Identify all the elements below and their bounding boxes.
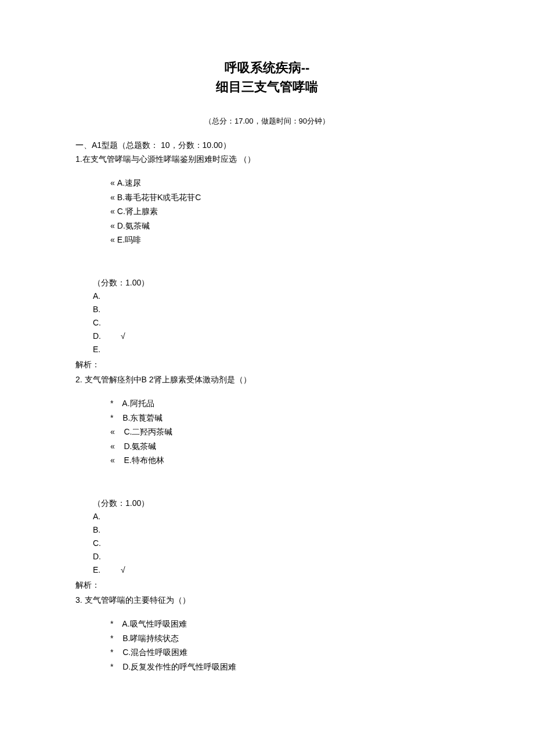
option-marker: * <box>110 662 113 671</box>
correct-mark: √ <box>121 563 125 577</box>
option-text: D.氨茶碱 <box>124 442 156 451</box>
options-block: * A.阿托品 * B.东莨菪碱 « C.二羟丙茶碱 « D.氨茶碱 « E.特… <box>110 396 459 468</box>
answer-letter: A. <box>93 510 106 523</box>
title-line-2: 细目三支气管哮喘 <box>75 77 459 96</box>
option-marker: « <box>110 427 115 436</box>
answer-letter: D. <box>93 330 106 343</box>
option-line: « E.特布他林 <box>110 453 459 468</box>
score-block: （分数：1.00） A. B. C. D. E.√ <box>93 497 459 577</box>
title-line-1: 呼吸系统疾病-- <box>75 58 459 77</box>
option-text: A.阿托品 <box>122 399 154 408</box>
question-stem: 1.在支气管哮喘与心源性哮喘鉴别困难时应选 （） <box>75 153 459 165</box>
answer-row: A. <box>93 510 459 523</box>
option-line: * A.阿托品 <box>110 396 459 411</box>
option-marker: * <box>110 413 113 422</box>
option-marker: « <box>110 221 115 230</box>
option-marker: * <box>110 619 113 628</box>
option-marker: « <box>110 455 115 465</box>
question-stem: 2. 支气管解痉剂中B 2肾上腺素受体激动剂是（） <box>75 374 459 386</box>
answer-row: D.√ <box>93 330 459 343</box>
meta-line: （总分：17.00，做题时间：90分钟） <box>75 116 459 126</box>
option-text: B.东莨菪碱 <box>122 413 163 422</box>
option-text: C.肾上腺素 <box>117 207 158 216</box>
option-text: C.混合性呼吸困难 <box>122 648 187 657</box>
option-text: E.特布他林 <box>124 455 164 465</box>
option-marker: « <box>110 235 115 244</box>
answer-row: B. <box>93 303 459 316</box>
analysis-label: 解析： <box>75 580 459 591</box>
option-text: D.氨茶碱 <box>117 221 150 230</box>
option-line: * A.吸气性呼吸困难 <box>110 617 459 631</box>
option-marker: * <box>110 634 113 643</box>
section-heading: 一、A1型题（总题数： 10，分数：10.00） <box>75 140 459 151</box>
option-text: B.毒毛花苷K或毛花苷C <box>117 193 201 202</box>
answer-row: B. <box>93 523 459 537</box>
options-block: «A.速尿 «B.毒毛花苷K或毛花苷C «C.肾上腺素 «D.氨茶碱 «E.吗啡 <box>110 176 459 247</box>
answer-row: C. <box>93 537 459 550</box>
option-line: * D.反复发作性的呼气性呼吸困难 <box>110 660 459 674</box>
option-marker: « <box>110 193 115 202</box>
option-line: « C.二羟丙茶碱 <box>110 425 459 439</box>
options-block: * A.吸气性呼吸困难 * B.哮喘持续状态 * C.混合性呼吸困难 * D.反… <box>110 617 459 674</box>
option-text: C.二羟丙茶碱 <box>124 427 172 436</box>
option-marker: * <box>110 399 113 408</box>
score-label: （分数：1.00） <box>93 276 459 290</box>
option-text: D.反复发作性的呼气性呼吸困难 <box>122 662 236 671</box>
correct-mark: √ <box>121 330 125 343</box>
option-line: « D.氨茶碱 <box>110 439 459 454</box>
option-line: «C.肾上腺素 <box>110 204 459 219</box>
answer-letter: B. <box>93 523 106 537</box>
option-line: «E.吗啡 <box>110 233 459 247</box>
option-marker: « <box>110 207 115 216</box>
answer-letter: A. <box>93 290 106 303</box>
answer-row: C. <box>93 316 459 330</box>
option-line: * B.东莨菪碱 <box>110 411 459 425</box>
option-marker: « <box>110 442 115 451</box>
answer-row: E. <box>93 343 459 356</box>
page-title: 呼吸系统疾病-- 细目三支气管哮喘 <box>75 58 459 96</box>
option-marker: * <box>110 648 113 657</box>
option-text: A.吸气性呼吸困难 <box>122 619 186 628</box>
option-marker: « <box>110 178 115 187</box>
option-line: «D.氨茶碱 <box>110 219 459 233</box>
score-block: （分数：1.00） A. B. C. D.√ E. <box>93 276 459 357</box>
option-line: «B.毒毛花苷K或毛花苷C <box>110 190 459 205</box>
answer-letter: D. <box>93 550 106 563</box>
answer-row: A. <box>93 290 459 303</box>
option-line: * C.混合性呼吸困难 <box>110 645 459 660</box>
option-line: «A.速尿 <box>110 176 459 190</box>
option-text: A.速尿 <box>117 178 141 187</box>
answer-letter: B. <box>93 303 106 316</box>
option-line: * B.哮喘持续状态 <box>110 631 459 646</box>
answer-letter: E. <box>93 563 106 577</box>
option-text: E.吗啡 <box>117 235 141 244</box>
question-stem: 3. 支气管哮喘的主要特征为（） <box>75 594 459 606</box>
option-text: B.哮喘持续状态 <box>122 634 179 643</box>
answer-letter: C. <box>93 537 106 550</box>
score-label: （分数：1.00） <box>93 497 459 510</box>
answer-letter: C. <box>93 316 106 330</box>
answer-row: D. <box>93 550 459 563</box>
answer-letter: E. <box>93 343 106 356</box>
analysis-label: 解析： <box>75 360 459 370</box>
answer-row: E.√ <box>93 563 459 577</box>
